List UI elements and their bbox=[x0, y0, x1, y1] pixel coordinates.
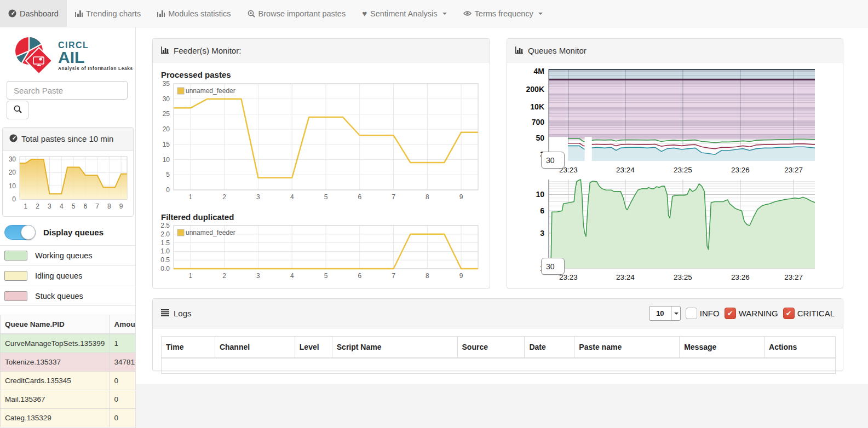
table-row: Tokenize.135337 3478111 bbox=[1, 353, 136, 372]
nav-label: Sentiment Analysis bbox=[370, 9, 438, 18]
warning-checkbox[interactable]: ✔ bbox=[725, 308, 736, 319]
svg-text:9: 9 bbox=[459, 193, 463, 201]
total-pastes-panel: Total pastes since 10 min 01020301234567… bbox=[2, 127, 134, 217]
brand-ail: AIL bbox=[58, 50, 133, 66]
range-slider-handle[interactable]: 30 bbox=[541, 152, 565, 169]
svg-text:2.0: 2.0 bbox=[160, 230, 170, 238]
svg-text:0: 0 bbox=[12, 195, 16, 203]
nav-modules-statistics[interactable]: Modules statistics bbox=[149, 0, 239, 27]
svg-text:unnamed_feeder: unnamed_feeder bbox=[186, 229, 235, 236]
search-paste-input[interactable] bbox=[7, 81, 128, 100]
sidebar: CIRCL AIL Analysis of Information Leaks … bbox=[0, 27, 136, 428]
queue-table-header-amount: Amount bbox=[110, 315, 136, 334]
brand-tagline: Analysis of Information Leaks bbox=[58, 66, 133, 71]
svg-text:10K: 10K bbox=[530, 102, 544, 111]
filtered-duplicated-chart[interactable]: 0.00.51.01.52.02.5123456789unnamed_feede… bbox=[157, 223, 486, 280]
svg-text:8: 8 bbox=[107, 203, 111, 210]
filter-warning[interactable]: ✔ WARNING bbox=[725, 308, 778, 319]
bar-chart-icon bbox=[515, 46, 524, 55]
logs-empty-row bbox=[162, 358, 836, 373]
feeder-monitor-title: Feeder(s) Monitor: bbox=[174, 46, 241, 55]
svg-text:23:27: 23:27 bbox=[784, 166, 803, 174]
svg-text:700: 700 bbox=[532, 118, 545, 126]
feeder-monitor-panel: Feeder(s) Monitor: Processed pastes 0510… bbox=[152, 38, 490, 288]
svg-text:1: 1 bbox=[189, 193, 193, 201]
logs-table: Time Channel Level Script Name Source Da… bbox=[161, 336, 836, 374]
svg-text:9: 9 bbox=[119, 203, 123, 210]
working-queues-swatch bbox=[4, 251, 27, 261]
logs-header-date: Date bbox=[525, 337, 574, 358]
svg-text:2: 2 bbox=[222, 272, 226, 280]
logs-header-time: Time bbox=[162, 337, 215, 358]
svg-text:23:26: 23:26 bbox=[731, 166, 750, 174]
svg-text:30: 30 bbox=[163, 95, 170, 103]
svg-text:10: 10 bbox=[536, 190, 544, 199]
svg-text:3: 3 bbox=[256, 272, 260, 280]
search-button[interactable] bbox=[7, 101, 28, 119]
svg-text:6: 6 bbox=[83, 203, 87, 210]
display-queues-label: Display queues bbox=[43, 228, 104, 237]
processed-pastes-chart[interactable]: 05101520253035123456789unnamed_feeder bbox=[157, 80, 486, 204]
svg-text:23:24: 23:24 bbox=[616, 166, 635, 174]
nav-trending-charts[interactable]: Trending charts bbox=[67, 0, 149, 27]
svg-text:6: 6 bbox=[540, 206, 544, 215]
toggle-knob bbox=[21, 225, 36, 240]
critical-checkbox[interactable]: ✔ bbox=[783, 308, 795, 319]
nav-dashboard[interactable]: Dashboard bbox=[0, 0, 67, 27]
filter-info[interactable]: INFO bbox=[686, 308, 720, 319]
svg-text:9: 9 bbox=[459, 272, 463, 280]
table-row: CreditCards.135345 0 bbox=[1, 372, 136, 390]
svg-text:6: 6 bbox=[358, 272, 361, 280]
eye-icon bbox=[463, 10, 472, 16]
filter-critical[interactable]: ✔ CRITICAL bbox=[783, 308, 835, 319]
table-row: CurveManageTopSets.135399 1 bbox=[1, 334, 136, 353]
svg-text:15: 15 bbox=[163, 141, 170, 148]
svg-text:10: 10 bbox=[9, 182, 16, 190]
svg-text:0: 0 bbox=[166, 186, 170, 194]
svg-text:5: 5 bbox=[166, 171, 170, 178]
svg-text:23:25: 23:25 bbox=[674, 273, 692, 281]
svg-text:7: 7 bbox=[392, 272, 395, 280]
total-pastes-mini-chart[interactable]: 0102030123456789 bbox=[3, 152, 131, 213]
svg-text:20: 20 bbox=[163, 125, 170, 133]
svg-text:unnamed_feeder: unnamed_feeder bbox=[186, 87, 235, 95]
logs-header-channel: Channel bbox=[215, 337, 295, 358]
svg-text:30: 30 bbox=[9, 155, 16, 163]
svg-text:4: 4 bbox=[60, 203, 64, 210]
svg-text:23:24: 23:24 bbox=[616, 273, 635, 281]
search-plus-icon bbox=[248, 10, 255, 18]
logo-art bbox=[14, 35, 54, 77]
search-icon bbox=[14, 105, 22, 115]
table-row: Categ.135329 0 bbox=[1, 409, 136, 427]
queues-monitor-panel: Queues Monitor 23:2323:2423:2523:2623:27… bbox=[507, 38, 843, 288]
chevron-down-icon bbox=[671, 306, 680, 320]
svg-text:1: 1 bbox=[24, 203, 28, 210]
svg-text:5: 5 bbox=[72, 203, 76, 210]
info-checkbox[interactable] bbox=[686, 308, 697, 319]
idling-queues-swatch bbox=[4, 271, 27, 281]
circl-ail-logo: CIRCL AIL Analysis of Information Leaks bbox=[14, 35, 133, 77]
legend-working-queues: Working queues bbox=[0, 245, 136, 265]
logs-header-message: Message bbox=[680, 337, 764, 358]
legend-idling-queues: Idling queues bbox=[0, 265, 136, 286]
svg-text:23:26: 23:26 bbox=[731, 273, 750, 281]
nav-label: Browse important pastes bbox=[258, 9, 346, 18]
total-pastes-panel-heading: Total pastes since 10 min bbox=[3, 128, 133, 151]
nav-terms-frequency[interactable]: Terms frequency bbox=[455, 0, 551, 27]
svg-text:2: 2 bbox=[222, 193, 226, 201]
nav-label: Dashboard bbox=[20, 9, 59, 18]
nav-label: Terms frequency bbox=[475, 9, 533, 18]
display-queues-toggle[interactable] bbox=[4, 225, 36, 240]
svg-text:3: 3 bbox=[540, 229, 544, 238]
total-pastes-title: Total pastes since 10 min bbox=[21, 134, 113, 143]
svg-text:25: 25 bbox=[163, 110, 170, 118]
page-size-select[interactable]: 10 bbox=[649, 306, 681, 321]
nav-browse-important-pastes[interactable]: Browse important pastes bbox=[239, 0, 354, 27]
nav-sentiment-analysis[interactable]: ♥ Sentiment Analysis bbox=[354, 0, 455, 27]
queue-table-header-name: Queue Name.PID bbox=[1, 315, 110, 334]
range-slider-handle[interactable]: 30 bbox=[541, 258, 565, 275]
svg-text:20: 20 bbox=[9, 169, 16, 176]
svg-text:1.0: 1.0 bbox=[160, 247, 170, 255]
queue-status-table: Queue Name.PID Amount CurveManageTopSets… bbox=[0, 315, 136, 427]
top-navbar: Dashboard Trending charts Modules statis… bbox=[0, 0, 868, 27]
